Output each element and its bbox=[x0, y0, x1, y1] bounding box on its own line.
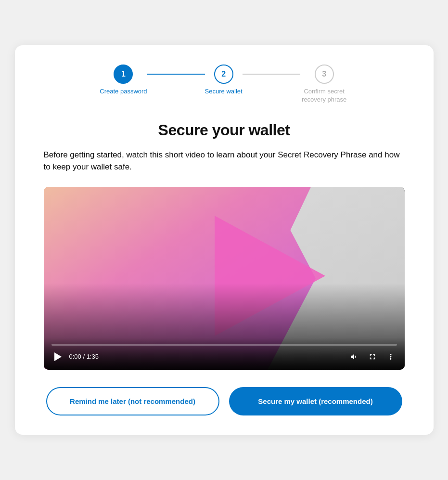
controls-right bbox=[348, 350, 397, 363]
stepper: 1 Create password 2 Secure wallet 3 Conf… bbox=[44, 65, 405, 104]
video-player[interactable]: 0:00 / 1:35 bbox=[44, 187, 405, 370]
action-buttons: Remind me later (not recommended) Secure… bbox=[44, 387, 405, 416]
step-1-label: Create password bbox=[100, 88, 147, 96]
step-3-label: Confirm secret recovery phrase bbox=[300, 88, 348, 104]
page-description: Before getting started, watch this short… bbox=[44, 149, 405, 173]
step-2-label: Secure wallet bbox=[205, 88, 243, 96]
controls-left: 0:00 / 1:35 bbox=[51, 350, 99, 363]
connector-1-2 bbox=[147, 74, 205, 75]
controls-row: 0:00 / 1:35 bbox=[51, 350, 397, 363]
progress-bar[interactable] bbox=[51, 344, 397, 346]
volume-button[interactable] bbox=[348, 350, 360, 363]
video-controls: 0:00 / 1:35 bbox=[44, 338, 405, 370]
more-options-button[interactable] bbox=[384, 350, 397, 363]
fullscreen-button[interactable] bbox=[366, 350, 379, 363]
more-icon bbox=[386, 352, 395, 361]
fullscreen-icon bbox=[368, 352, 377, 361]
remind-later-button[interactable]: Remind me later (not recommended) bbox=[46, 387, 219, 416]
connector-2-3 bbox=[243, 74, 300, 75]
step-1-circle: 1 bbox=[114, 65, 133, 84]
secure-wallet-button[interactable]: Secure my wallet (recommended) bbox=[229, 387, 402, 416]
step-2-circle: 2 bbox=[214, 65, 233, 84]
step-1: 1 Create password bbox=[100, 65, 147, 96]
volume-icon bbox=[350, 352, 358, 361]
step-2: 2 Secure wallet bbox=[205, 65, 243, 96]
step-3-circle: 3 bbox=[315, 65, 334, 84]
step-3: 3 Confirm secret recovery phrase bbox=[300, 65, 348, 104]
play-icon bbox=[54, 352, 62, 361]
main-card: 1 Create password 2 Secure wallet 3 Conf… bbox=[15, 45, 434, 435]
time-display: 0:00 / 1:35 bbox=[69, 353, 99, 360]
play-button[interactable] bbox=[51, 350, 64, 363]
page-title: Secure your wallet bbox=[44, 121, 405, 139]
